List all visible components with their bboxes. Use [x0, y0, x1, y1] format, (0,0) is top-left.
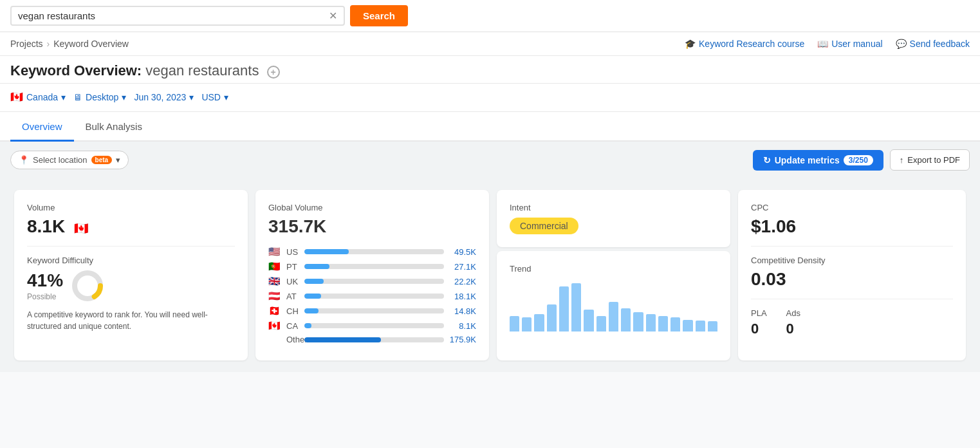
country-code: Other: [286, 335, 299, 344]
nav-actions: 🎓 Keyword Research course 📖 User manual …: [685, 39, 970, 49]
country-bar-bg: [304, 279, 444, 284]
add-keyword-icon[interactable]: +: [267, 66, 280, 79]
volume-label: Volume: [27, 203, 235, 212]
device-filter[interactable]: 🖥 Desktop ▾: [73, 90, 126, 104]
country-volume: 22.2K: [449, 277, 476, 286]
search-input[interactable]: [18, 10, 326, 21]
global-volume-label: Global Volume: [268, 203, 476, 212]
country-volume: 27.1K: [449, 262, 476, 272]
trend-bar: [633, 312, 643, 331]
country-bar-fill: [304, 264, 329, 269]
country-bar-fill: [304, 294, 321, 299]
country-row-uk: 🇬🇧 UK 22.2K: [268, 275, 476, 287]
country-volume: 8.1K: [449, 321, 476, 331]
country-row-at: 🇦🇹 AT 18.1K: [268, 290, 476, 302]
currency-filter[interactable]: USD ▾: [201, 90, 228, 104]
intent-value: Commercial: [510, 218, 578, 234]
tab-bulk-analysis[interactable]: Bulk Analysis: [74, 112, 154, 142]
metrics-count-badge: 3/250: [844, 155, 873, 165]
country-bar-bg: [304, 264, 444, 269]
country-bar-bg: [304, 323, 444, 328]
country-bar-bg: [304, 249, 444, 254]
global-volume-card: Global Volume 315.7K 🇺🇸 US 49.5K 🇵🇹 PT 2…: [255, 190, 489, 360]
global-volume-value: 315.7K: [268, 216, 476, 237]
country-filter[interactable]: 🇨🇦 Canada ▾: [10, 89, 66, 105]
country-bar-bg: [304, 294, 444, 299]
country-bar-fill: [304, 323, 311, 328]
select-location-button[interactable]: 📍 Select location beta ▾: [10, 151, 129, 169]
competitive-density-value: 0.03: [751, 269, 953, 290]
trend-bar: [510, 316, 519, 331]
breadcrumb: Projects › Keyword Overview: [10, 39, 129, 49]
intent-label: Intent: [510, 203, 717, 212]
country-volume: 49.5K: [449, 247, 476, 257]
trend-bar: [621, 308, 631, 331]
canada-flag-small: 🇨🇦: [74, 222, 88, 235]
country-row-ca: 🇨🇦 CA 8.1K: [268, 320, 476, 331]
country-flag: 🇨🇦: [268, 320, 281, 331]
chevron-down-icon: ▾: [116, 155, 120, 165]
intent-trend-column: Intent Commercial Trend: [493, 186, 734, 364]
country-code: US: [286, 247, 299, 257]
chevron-down-icon: ▾: [61, 92, 66, 102]
update-metrics-button[interactable]: ↻ Update metrics 3/250: [753, 150, 883, 171]
country-code: CA: [286, 321, 299, 331]
user-manual-link[interactable]: 📖 User manual: [817, 39, 882, 49]
ads-stat: Ads 0: [786, 308, 800, 337]
chevron-down-icon: ▾: [224, 92, 228, 102]
page-title: Keyword Overview: vegan restaurants +: [10, 62, 970, 79]
country-code: AT: [286, 292, 299, 301]
country-flag: 🇦🇹: [268, 290, 281, 302]
upload-icon: ↑: [900, 155, 904, 165]
trend-bar: [596, 316, 606, 331]
tabs-row: Overview Bulk Analysis: [0, 112, 980, 142]
country-flag: 🇨🇭: [268, 305, 281, 317]
location-icon: 📍: [19, 155, 29, 165]
country-code: CH: [286, 306, 299, 316]
search-input-wrap: ✕: [10, 6, 345, 26]
toolbar-right: ↻ Update metrics 3/250 ↑ Export to PDF: [753, 149, 970, 171]
trend-label: Trend: [510, 264, 717, 274]
country-bar-bg: [304, 337, 444, 342]
trend-bar: [658, 316, 668, 331]
search-button[interactable]: Search: [350, 5, 408, 26]
country-bars: 🇺🇸 US 49.5K 🇵🇹 PT 27.1K 🇬🇧 UK 22.2K 🇦🇹 A…: [268, 246, 476, 344]
country-bar-fill: [304, 308, 319, 313]
filters-row: 🇨🇦 Canada ▾ 🖥 Desktop ▾ Jun 30, 2023 ▾ U…: [0, 84, 980, 112]
trend-bar: [534, 314, 544, 331]
country-row-ch: 🇨🇭 CH 14.8K: [268, 305, 476, 317]
tab-overview[interactable]: Overview: [10, 112, 74, 142]
breadcrumb-current: Keyword Overview: [53, 39, 129, 49]
beta-badge: beta: [91, 156, 113, 164]
clear-icon[interactable]: ✕: [329, 10, 337, 22]
kd-donut-chart: [71, 269, 104, 303]
export-to-pdf-button[interactable]: ↑ Export to PDF: [890, 149, 970, 171]
cpc-label: CPC: [751, 203, 953, 212]
country-bar-fill: [304, 249, 349, 254]
country-flag: 🇬🇧: [268, 275, 281, 287]
breadcrumb-projects[interactable]: Projects: [10, 39, 43, 49]
trend-bar: [646, 314, 656, 331]
page-header: Keyword Overview: vegan restaurants +: [0, 56, 980, 84]
pla-stat: PLA 0: [751, 308, 767, 337]
country-bar-fill: [304, 337, 381, 342]
date-filter[interactable]: Jun 30, 2023 ▾: [134, 90, 194, 104]
trend-bar: [522, 317, 532, 331]
country-row-other: Other 175.9K: [268, 335, 476, 344]
kd-value: 41%: [27, 270, 63, 291]
trend-chart: [510, 280, 717, 331]
cpc-value: $1.06: [751, 216, 953, 237]
volume-value: 8.1K 🇨🇦: [27, 216, 235, 237]
country-volume: 14.8K: [449, 306, 476, 316]
kd-label: Keyword Difficulty: [27, 256, 235, 265]
search-bar: ✕ Search: [0, 0, 980, 32]
intent-card: Intent Commercial: [497, 190, 730, 247]
send-feedback-link[interactable]: 💬 Send feedback: [896, 39, 970, 49]
kd-description: A competitive keyword to rank for. You w…: [27, 309, 235, 332]
keyword-research-course-link[interactable]: 🎓 Keyword Research course: [685, 39, 804, 49]
competitive-density-label: Competitive Density: [751, 256, 953, 265]
manual-icon: 📖: [817, 39, 828, 49]
chevron-down-icon: ▾: [189, 92, 194, 102]
country-bar-bg: [304, 308, 444, 313]
kd-possible: Possible: [27, 292, 63, 301]
